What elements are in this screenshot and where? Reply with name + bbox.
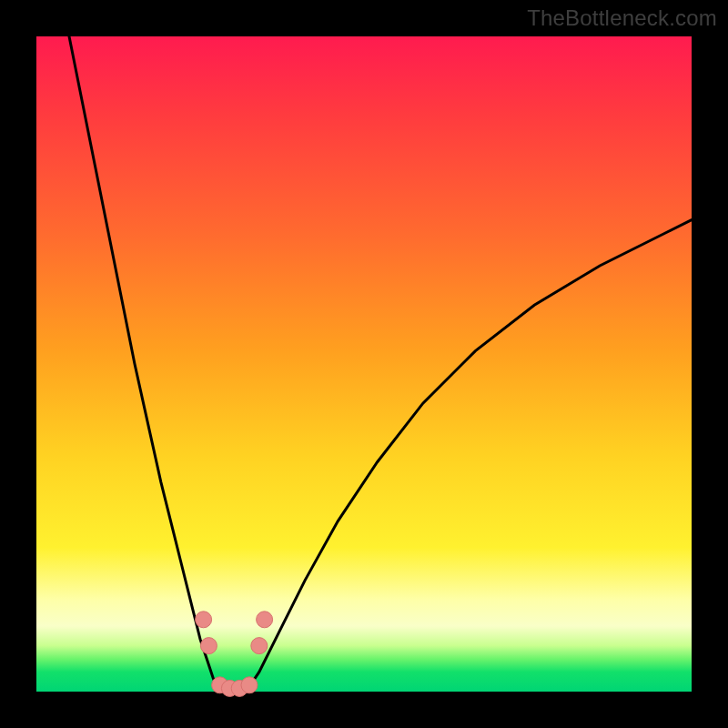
valley-markers <box>196 612 273 697</box>
left-marker-upper <box>196 612 212 628</box>
watermark-text: TheBottleneck.com <box>527 5 717 31</box>
v-curve <box>69 36 692 692</box>
right-marker-upper <box>257 612 273 628</box>
curve-layer <box>36 36 692 692</box>
right-marker-lower <box>251 638 268 654</box>
plot-area <box>36 36 692 692</box>
chart-frame: TheBottleneck.com <box>0 0 728 728</box>
valley-marker-4 <box>241 677 258 693</box>
bottleneck-curve <box>69 36 692 692</box>
left-marker-lower <box>200 638 217 654</box>
